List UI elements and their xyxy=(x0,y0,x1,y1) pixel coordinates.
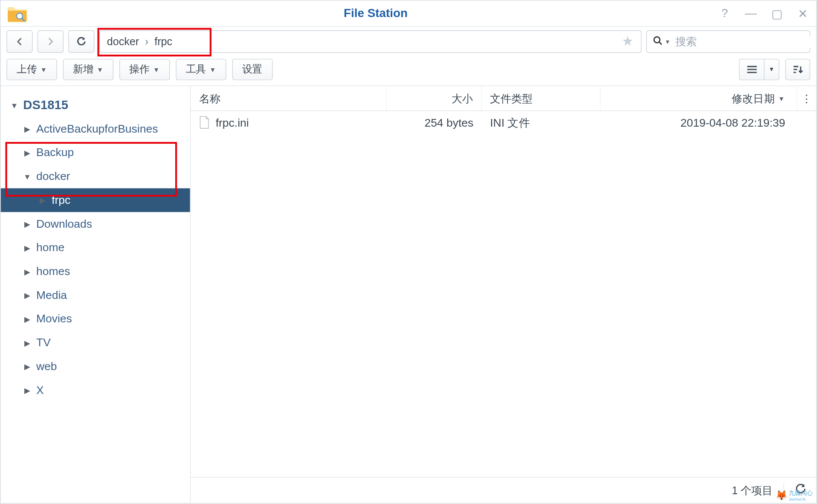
tree-item-web[interactable]: ▶web xyxy=(0,355,190,379)
tree-root[interactable]: ▼ DS1815 xyxy=(0,93,190,117)
minimize-button[interactable]: — xyxy=(744,6,758,20)
caret-right-icon: ▶ xyxy=(22,362,33,371)
tree-item-home[interactable]: ▶home xyxy=(0,236,190,260)
close-button[interactable]: ✕ xyxy=(796,6,810,20)
sort-button[interactable] xyxy=(785,58,811,80)
caret-right-icon: ▶ xyxy=(22,267,33,276)
nav-bar: docker › frpc ★ ▼ xyxy=(0,27,816,57)
tools-button[interactable]: 工具▼ xyxy=(176,58,226,80)
file-name: frpc.ini xyxy=(216,116,249,130)
caret-down-icon: ▼ xyxy=(97,66,103,73)
caret-down-icon: ▼ xyxy=(209,66,216,73)
tree-item-x[interactable]: ▶X xyxy=(0,378,190,402)
tree-item-label: web xyxy=(36,360,57,373)
tree-item-label: home xyxy=(36,241,64,255)
maximize-button[interactable]: ▢ xyxy=(770,6,784,20)
column-header-row: 名称 大小 文件类型 修改日期▼ ⋮ xyxy=(191,86,816,111)
action-button[interactable]: 操作▼ xyxy=(119,58,170,80)
search-icon xyxy=(653,35,662,48)
status-refresh-button[interactable] xyxy=(795,483,807,498)
tree-item-downloads[interactable]: ▶Downloads xyxy=(0,212,190,236)
window-controls: ? — ▢ ✕ xyxy=(718,6,810,20)
caret-right-icon: ▶ xyxy=(38,196,48,205)
forward-button[interactable] xyxy=(38,30,64,53)
chevron-right-icon: › xyxy=(145,35,148,48)
breadcrumb-bar[interactable]: docker › frpc ★ xyxy=(99,30,642,53)
column-header-size[interactable]: 大小 xyxy=(387,86,482,110)
titlebar: File Station ? — ▢ ✕ xyxy=(0,0,816,26)
caret-right-icon: ▶ xyxy=(22,148,33,157)
column-header-date[interactable]: 修改日期▼ xyxy=(600,86,797,110)
body-area: ▼ DS1815 ▶ActiveBackupforBusines▶Backup▼… xyxy=(0,86,816,503)
view-mode-split-button: ▼ xyxy=(739,58,779,80)
caret-right-icon: ▶ xyxy=(22,125,33,133)
caret-right-icon: ▶ xyxy=(22,243,33,252)
caret-right-icon: ▶ xyxy=(22,291,33,300)
file-rows-container: frpc.ini254 bytesINI 文件2019-04-08 22:19:… xyxy=(191,111,816,477)
tree-item-label: TV xyxy=(36,336,51,349)
app-folder-icon xyxy=(6,4,28,22)
caret-down-icon: ▼ xyxy=(22,172,33,181)
file-date: 2019-04-08 22:19:39 xyxy=(600,111,797,135)
file-icon xyxy=(199,116,211,130)
folder-tree-sidebar: ▼ DS1815 ▶ActiveBackupforBusines▶Backup▼… xyxy=(0,86,191,503)
column-header-name[interactable]: 名称 xyxy=(191,86,387,110)
svg-line-3 xyxy=(659,42,662,44)
file-list-pane: 名称 大小 文件类型 修改日期▼ ⋮ frpc.ini254 bytesINI … xyxy=(191,86,816,503)
tree-item-label: Media xyxy=(36,289,67,302)
toolbar: 上传▼ 新增▼ 操作▼ 工具▼ 设置 ▼ xyxy=(0,56,816,86)
tree-item-activebackupforbusines[interactable]: ▶ActiveBackupforBusines xyxy=(0,117,190,141)
caret-right-icon: ▶ xyxy=(22,338,33,347)
column-header-type[interactable]: 文件类型 xyxy=(482,86,601,110)
tree-item-backup[interactable]: ▶Backup xyxy=(0,141,190,165)
breadcrumb-segment-2[interactable]: frpc xyxy=(154,35,172,48)
search-bar[interactable]: ▼ xyxy=(646,30,810,53)
refresh-button[interactable] xyxy=(68,30,94,53)
create-button[interactable]: 新增▼ xyxy=(63,58,113,80)
search-input[interactable] xyxy=(675,35,813,48)
file-size: 254 bytes xyxy=(387,111,482,135)
tree-item-label: X xyxy=(36,384,44,397)
file-type: INI 文件 xyxy=(482,111,601,135)
tree-item-docker[interactable]: ▼docker xyxy=(0,165,190,188)
file-station-window: File Station ? — ▢ ✕ docker › frpc ★ ▼ 上… xyxy=(0,0,817,504)
search-dropdown-caret[interactable]: ▼ xyxy=(665,38,671,45)
tree-item-movies[interactable]: ▶Movies xyxy=(0,307,190,331)
caret-right-icon: ▶ xyxy=(22,315,33,324)
caret-down-icon: ▼ xyxy=(9,101,20,110)
tree-item-label: docker xyxy=(36,170,70,183)
tree-item-label: homes xyxy=(36,265,70,278)
breadcrumb-segment-1[interactable]: docker xyxy=(107,35,139,48)
help-button[interactable]: ? xyxy=(718,6,732,20)
back-button[interactable] xyxy=(6,30,32,53)
tree-item-label: Movies xyxy=(36,313,72,326)
tree-item-label: frpc xyxy=(52,194,70,207)
status-separator xyxy=(783,483,784,497)
view-mode-dropdown[interactable]: ▼ xyxy=(764,58,779,80)
sort-caret-icon: ▼ xyxy=(778,95,785,102)
tree-item-tv[interactable]: ▶TV xyxy=(0,331,190,355)
caret-right-icon: ▶ xyxy=(22,220,33,229)
tree-item-label: ActiveBackupforBusines xyxy=(36,122,158,136)
upload-button[interactable]: 上传▼ xyxy=(6,58,57,80)
list-view-button[interactable] xyxy=(739,58,764,80)
favorite-star-icon[interactable]: ★ xyxy=(622,34,634,49)
status-bar: 1 个项目 xyxy=(191,477,816,503)
tree-item-frpc[interactable]: ▶frpc xyxy=(0,188,190,212)
tree-item-label: Downloads xyxy=(36,217,92,231)
tree-item-homes[interactable]: ▶homes xyxy=(0,260,190,284)
settings-button[interactable]: 设置 xyxy=(232,58,272,80)
column-menu-button[interactable]: ⋮ xyxy=(797,86,816,110)
status-item-count: 1 个项目 xyxy=(732,483,773,497)
file-row[interactable]: frpc.ini254 bytesINI 文件2019-04-08 22:19:… xyxy=(191,111,816,135)
svg-point-2 xyxy=(654,37,660,43)
caret-down-icon: ▼ xyxy=(41,66,47,73)
tree-item-media[interactable]: ▶Media xyxy=(0,283,190,307)
caret-right-icon: ▶ xyxy=(22,386,33,395)
window-title: File Station xyxy=(34,6,717,20)
tree-item-label: Backup xyxy=(36,146,74,159)
caret-down-icon: ▼ xyxy=(153,66,159,73)
